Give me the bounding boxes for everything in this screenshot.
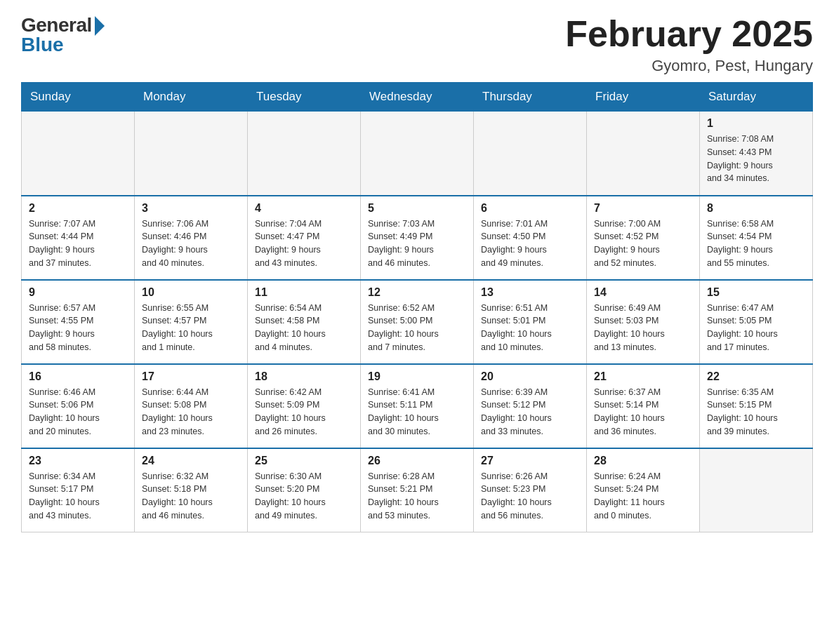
day-number: 20 bbox=[481, 370, 579, 383]
day-info: Sunrise: 6:35 AMSunset: 5:15 PMDaylight:… bbox=[707, 386, 805, 438]
calendar-cell: 11Sunrise: 6:54 AMSunset: 4:58 PMDayligh… bbox=[248, 280, 361, 364]
calendar-table: SundayMondayTuesdayWednesdayThursdayFrid… bbox=[21, 82, 813, 532]
day-number: 7 bbox=[594, 202, 692, 215]
day-number: 17 bbox=[142, 370, 240, 383]
day-info: Sunrise: 6:58 AMSunset: 4:54 PMDaylight:… bbox=[707, 217, 805, 270]
week-row-5: 23Sunrise: 6:34 AMSunset: 5:17 PMDayligh… bbox=[22, 448, 813, 532]
day-number: 26 bbox=[368, 455, 466, 467]
day-number: 11 bbox=[255, 286, 353, 299]
day-info: Sunrise: 6:37 AMSunset: 5:14 PMDaylight:… bbox=[594, 386, 692, 438]
day-info: Sunrise: 6:26 AMSunset: 5:23 PMDaylight:… bbox=[481, 470, 579, 523]
day-info: Sunrise: 6:49 AMSunset: 5:03 PMDaylight:… bbox=[594, 302, 692, 354]
weekday-header-monday: Monday bbox=[135, 83, 248, 112]
day-info: Sunrise: 6:57 AMSunset: 4:55 PMDaylight:… bbox=[29, 302, 127, 354]
day-number: 25 bbox=[255, 455, 353, 467]
page-header: General Blue February 2025 Gyomro, Pest,… bbox=[21, 14, 813, 75]
logo: General Blue bbox=[21, 14, 105, 56]
calendar-cell: 7Sunrise: 7:00 AMSunset: 4:52 PMDaylight… bbox=[587, 196, 700, 280]
day-number: 8 bbox=[707, 202, 805, 215]
day-info: Sunrise: 6:42 AMSunset: 5:09 PMDaylight:… bbox=[255, 386, 353, 438]
calendar-cell: 13Sunrise: 6:51 AMSunset: 5:01 PMDayligh… bbox=[474, 280, 587, 364]
calendar-cell bbox=[248, 112, 361, 196]
day-number: 12 bbox=[368, 286, 466, 299]
day-number: 21 bbox=[594, 370, 692, 383]
logo-arrow-icon bbox=[95, 16, 105, 36]
week-row-2: 2Sunrise: 7:07 AMSunset: 4:44 PMDaylight… bbox=[22, 196, 813, 280]
month-year-title: February 2025 bbox=[565, 14, 813, 54]
week-row-3: 9Sunrise: 6:57 AMSunset: 4:55 PMDaylight… bbox=[22, 280, 813, 364]
day-info: Sunrise: 7:08 AMSunset: 4:43 PMDaylight:… bbox=[707, 133, 805, 185]
calendar-cell bbox=[474, 112, 587, 196]
day-number: 14 bbox=[594, 286, 692, 299]
calendar-cell bbox=[587, 112, 700, 196]
calendar-cell: 14Sunrise: 6:49 AMSunset: 5:03 PMDayligh… bbox=[587, 280, 700, 364]
location-subtitle: Gyomro, Pest, Hungary bbox=[565, 57, 813, 75]
calendar-cell: 12Sunrise: 6:52 AMSunset: 5:00 PMDayligh… bbox=[361, 280, 474, 364]
calendar-cell: 18Sunrise: 6:42 AMSunset: 5:09 PMDayligh… bbox=[248, 364, 361, 448]
calendar-cell: 21Sunrise: 6:37 AMSunset: 5:14 PMDayligh… bbox=[587, 364, 700, 448]
day-number: 16 bbox=[29, 370, 127, 383]
day-info: Sunrise: 6:34 AMSunset: 5:17 PMDaylight:… bbox=[29, 470, 127, 523]
day-number: 24 bbox=[142, 455, 240, 467]
day-info: Sunrise: 6:52 AMSunset: 5:00 PMDaylight:… bbox=[368, 302, 466, 354]
day-info: Sunrise: 7:03 AMSunset: 4:49 PMDaylight:… bbox=[368, 217, 466, 270]
week-row-4: 16Sunrise: 6:46 AMSunset: 5:06 PMDayligh… bbox=[22, 364, 813, 448]
day-info: Sunrise: 6:55 AMSunset: 4:57 PMDaylight:… bbox=[142, 302, 240, 354]
day-info: Sunrise: 6:24 AMSunset: 5:24 PMDaylight:… bbox=[594, 470, 692, 523]
day-info: Sunrise: 6:41 AMSunset: 5:11 PMDaylight:… bbox=[368, 386, 466, 438]
day-number: 27 bbox=[481, 455, 579, 467]
calendar-cell: 27Sunrise: 6:26 AMSunset: 5:23 PMDayligh… bbox=[474, 448, 587, 532]
calendar-cell: 8Sunrise: 6:58 AMSunset: 4:54 PMDaylight… bbox=[700, 196, 813, 280]
day-info: Sunrise: 6:39 AMSunset: 5:12 PMDaylight:… bbox=[481, 386, 579, 438]
calendar-cell: 19Sunrise: 6:41 AMSunset: 5:11 PMDayligh… bbox=[361, 364, 474, 448]
calendar-cell: 10Sunrise: 6:55 AMSunset: 4:57 PMDayligh… bbox=[135, 280, 248, 364]
day-number: 13 bbox=[481, 286, 579, 299]
day-info: Sunrise: 6:32 AMSunset: 5:18 PMDaylight:… bbox=[142, 470, 240, 523]
calendar-cell: 3Sunrise: 7:06 AMSunset: 4:46 PMDaylight… bbox=[135, 196, 248, 280]
day-number: 2 bbox=[29, 202, 127, 215]
day-number: 10 bbox=[142, 286, 240, 299]
weekday-header-sunday: Sunday bbox=[22, 83, 135, 112]
weekday-header-row: SundayMondayTuesdayWednesdayThursdayFrid… bbox=[22, 83, 813, 112]
calendar-cell: 26Sunrise: 6:28 AMSunset: 5:21 PMDayligh… bbox=[361, 448, 474, 532]
day-info: Sunrise: 7:01 AMSunset: 4:50 PMDaylight:… bbox=[481, 217, 579, 270]
calendar-cell: 24Sunrise: 6:32 AMSunset: 5:18 PMDayligh… bbox=[135, 448, 248, 532]
day-number: 23 bbox=[29, 455, 127, 467]
calendar-cell: 25Sunrise: 6:30 AMSunset: 5:20 PMDayligh… bbox=[248, 448, 361, 532]
calendar-cell bbox=[361, 112, 474, 196]
day-info: Sunrise: 7:07 AMSunset: 4:44 PMDaylight:… bbox=[29, 217, 127, 270]
day-number: 18 bbox=[255, 370, 353, 383]
day-number: 19 bbox=[368, 370, 466, 383]
calendar-cell: 22Sunrise: 6:35 AMSunset: 5:15 PMDayligh… bbox=[700, 364, 813, 448]
logo-blue-text: Blue bbox=[21, 34, 64, 56]
day-number: 28 bbox=[594, 455, 692, 467]
calendar-cell bbox=[135, 112, 248, 196]
day-info: Sunrise: 6:28 AMSunset: 5:21 PMDaylight:… bbox=[368, 470, 466, 523]
calendar-cell: 15Sunrise: 6:47 AMSunset: 5:05 PMDayligh… bbox=[700, 280, 813, 364]
day-info: Sunrise: 6:44 AMSunset: 5:08 PMDaylight:… bbox=[142, 386, 240, 438]
weekday-header-tuesday: Tuesday bbox=[248, 83, 361, 112]
day-info: Sunrise: 6:47 AMSunset: 5:05 PMDaylight:… bbox=[707, 302, 805, 354]
day-info: Sunrise: 6:54 AMSunset: 4:58 PMDaylight:… bbox=[255, 302, 353, 354]
day-number: 15 bbox=[707, 286, 805, 299]
calendar-cell bbox=[22, 112, 135, 196]
weekday-header-thursday: Thursday bbox=[474, 83, 587, 112]
calendar-cell: 6Sunrise: 7:01 AMSunset: 4:50 PMDaylight… bbox=[474, 196, 587, 280]
day-number: 22 bbox=[707, 370, 805, 383]
day-number: 9 bbox=[29, 286, 127, 299]
week-row-1: 1Sunrise: 7:08 AMSunset: 4:43 PMDaylight… bbox=[22, 112, 813, 196]
day-info: Sunrise: 7:04 AMSunset: 4:47 PMDaylight:… bbox=[255, 217, 353, 270]
calendar-cell: 16Sunrise: 6:46 AMSunset: 5:06 PMDayligh… bbox=[22, 364, 135, 448]
title-block: February 2025 Gyomro, Pest, Hungary bbox=[565, 14, 813, 75]
calendar-cell: 17Sunrise: 6:44 AMSunset: 5:08 PMDayligh… bbox=[135, 364, 248, 448]
day-number: 3 bbox=[142, 202, 240, 215]
weekday-header-saturday: Saturday bbox=[700, 83, 813, 112]
day-number: 1 bbox=[707, 117, 805, 130]
calendar-cell: 20Sunrise: 6:39 AMSunset: 5:12 PMDayligh… bbox=[474, 364, 587, 448]
weekday-header-wednesday: Wednesday bbox=[361, 83, 474, 112]
weekday-header-friday: Friday bbox=[587, 83, 700, 112]
day-number: 5 bbox=[368, 202, 466, 215]
calendar-cell: 5Sunrise: 7:03 AMSunset: 4:49 PMDaylight… bbox=[361, 196, 474, 280]
day-info: Sunrise: 7:00 AMSunset: 4:52 PMDaylight:… bbox=[594, 217, 692, 270]
day-info: Sunrise: 6:46 AMSunset: 5:06 PMDaylight:… bbox=[29, 386, 127, 438]
